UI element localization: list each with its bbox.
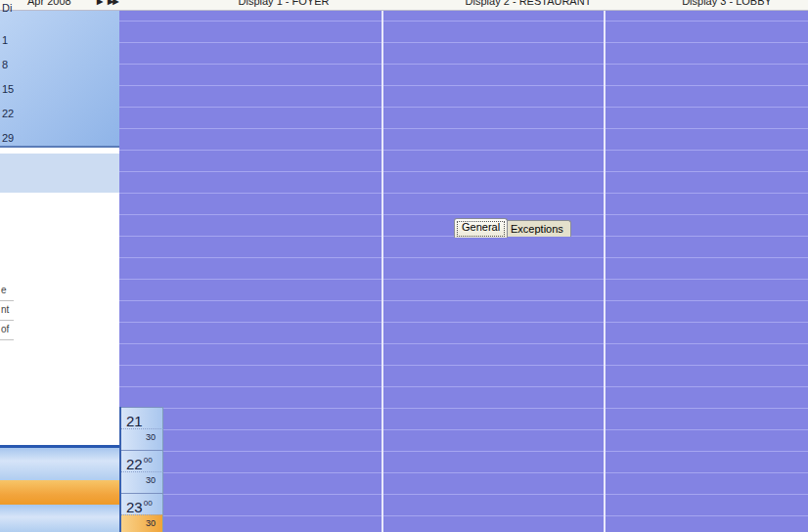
day-header-display2[interactable]: Display 2 - RESTAURANT — [430, 0, 626, 7]
fast-forward-icon[interactable]: ▶▶ — [108, 0, 117, 6]
day-column-separator — [604, 11, 606, 532]
day-column-separator — [382, 11, 383, 532]
date-cell[interactable]: 29 — [2, 132, 14, 144]
schedule-bar-blue — [0, 448, 119, 480]
sidebar-block — [0, 154, 119, 193]
weekday-label: Di — [2, 2, 12, 14]
day-header-display1[interactable]: Display 1 - FOYER — [196, 0, 372, 7]
sidebar-row-label: nt — [0, 301, 14, 321]
schedule-bar-blue — [0, 505, 119, 532]
date-cell[interactable]: 15 — [2, 83, 14, 95]
calendar-header: Apr 2008 ▶ ▶▶ Display 1 - FOYER Display … — [0, 0, 808, 11]
sidebar-row-label: e — [0, 282, 14, 301]
tab-exceptions[interactable]: Exceptions — [503, 220, 571, 237]
month-label: Apr 2008 — [27, 0, 71, 7]
calendar-grid[interactable] — [119, 11, 808, 532]
day-header-display3[interactable]: Display 3 - LOBBY — [646, 0, 808, 7]
time-cell-2130: 30 — [121, 428, 163, 450]
time-cell-23: 2300 — [121, 493, 163, 514]
date-cell[interactable]: 1 — [2, 34, 8, 46]
time-cell-22: 2200 — [121, 450, 163, 471]
left-sidebar: Di 1 8 15 22 29 e nt of — [0, 11, 119, 532]
date-cell[interactable]: 22 — [2, 108, 14, 119]
date-cell[interactable]: 8 — [2, 59, 8, 70]
tab-general[interactable]: General — [454, 218, 508, 238]
play-icon[interactable]: ▶ — [97, 0, 102, 6]
screen: Apr 2008 ▶ ▶▶ Display 1 - FOYER Display … — [0, 0, 808, 532]
time-cell-2330: 30 — [121, 514, 163, 532]
time-cell-21: 21 — [121, 407, 163, 428]
sidebar-row-label: of — [0, 321, 14, 340]
schedule-bar-orange — [0, 480, 119, 505]
time-gutter: 21 30 2200 30 2300 30 — [119, 407, 163, 532]
time-cell-2230: 30 — [121, 471, 163, 493]
date-navigator[interactable]: Di 1 8 15 22 29 — [0, 11, 119, 148]
